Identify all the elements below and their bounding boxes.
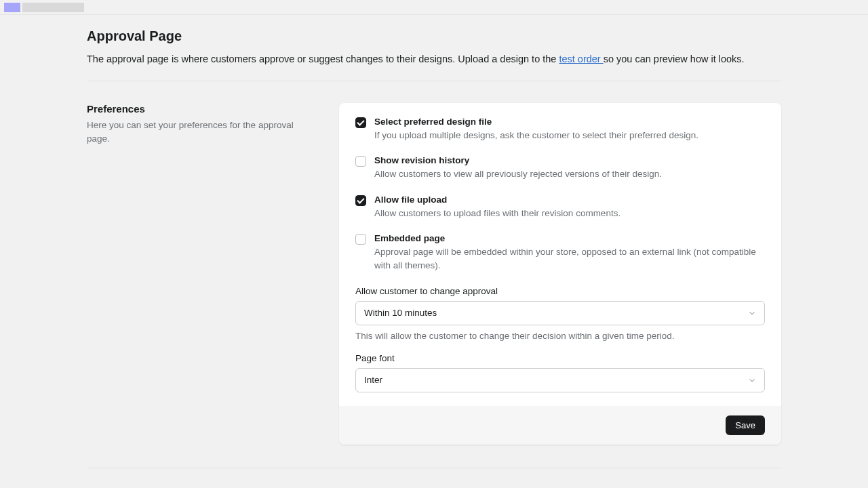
page-header: Approval Page The approval page is where… <box>87 28 781 81</box>
preferences-card: Select preferred design file If you uplo… <box>339 103 781 445</box>
checkbox-revision-history[interactable] <box>355 156 366 167</box>
checkbox-desc: Allow customers to view all previously r… <box>374 167 765 181</box>
save-button[interactable]: Save <box>726 415 765 435</box>
checkbox-label: Show revision history <box>374 155 765 165</box>
checkbox-label: Allow file upload <box>374 195 765 205</box>
preferences-section: Preferences Here you can set your prefer… <box>87 103 781 468</box>
page-title: Approval Page <box>87 28 781 44</box>
checkbox-desc: Allow customers to upload files with the… <box>374 207 765 220</box>
browser-topbar <box>0 0 868 15</box>
checkbox-content: Show revision history Allow customers to… <box>374 155 765 181</box>
checkbox-row-preferred-design: Select preferred design file If you uplo… <box>355 117 765 142</box>
checkbox-desc: If you upload multiple designs, ask the … <box>374 129 765 142</box>
section-sidebar: Preferences Here you can set your prefer… <box>87 103 317 445</box>
checkbox-content: Allow file upload Allow customers to upl… <box>374 195 765 220</box>
field-page-font: Page font Inter <box>355 353 765 392</box>
page-font-label: Page font <box>355 353 765 363</box>
subtitle-text-pre: The approval page is where customers app… <box>87 54 559 64</box>
checkbox-content: Embedded page Approval page will be embe… <box>374 233 765 272</box>
chevron-down-icon <box>748 376 756 384</box>
page-content: Approval Page The approval page is where… <box>87 15 781 488</box>
change-approval-help: This will allow the customer to change t… <box>355 331 765 341</box>
select-value: Inter <box>364 375 382 385</box>
checkbox-label: Embedded page <box>374 233 765 243</box>
checkbox-desc: Approval page will be embedded within yo… <box>374 245 765 272</box>
checkbox-label: Select preferred design file <box>374 117 765 127</box>
checkbox-embedded-page[interactable] <box>355 234 366 245</box>
checkbox-row-revision-history: Show revision history Allow customers to… <box>355 155 765 181</box>
preferences-title: Preferences <box>87 103 317 115</box>
checkbox-preferred-design[interactable] <box>355 117 366 128</box>
browser-tab-active[interactable] <box>4 3 20 12</box>
page-font-select[interactable]: Inter <box>355 368 765 392</box>
change-approval-select[interactable]: Within 10 minutes <box>355 301 765 325</box>
checkbox-file-upload[interactable] <box>355 195 366 206</box>
chevron-down-icon <box>748 309 756 317</box>
checkbox-row-file-upload: Allow file upload Allow customers to upl… <box>355 195 765 220</box>
test-order-link[interactable]: test order <box>559 54 603 64</box>
card-footer: Save <box>339 406 781 445</box>
section-content: Select preferred design file If you uplo… <box>339 103 781 445</box>
browser-tab[interactable] <box>22 3 84 12</box>
page-subtitle: The approval page is where customers app… <box>87 52 781 67</box>
change-approval-label: Allow customer to change approval <box>355 286 765 296</box>
field-change-approval: Allow customer to change approval Within… <box>355 286 765 341</box>
select-value: Within 10 minutes <box>364 308 437 318</box>
subtitle-text-post: so you can preview how it looks. <box>604 54 745 64</box>
checkbox-content: Select preferred design file If you uplo… <box>374 117 765 142</box>
preferences-desc: Here you can set your preferences for th… <box>87 119 317 146</box>
card-body: Select preferred design file If you uplo… <box>339 103 781 406</box>
checkbox-row-embedded-page: Embedded page Approval page will be embe… <box>355 233 765 272</box>
